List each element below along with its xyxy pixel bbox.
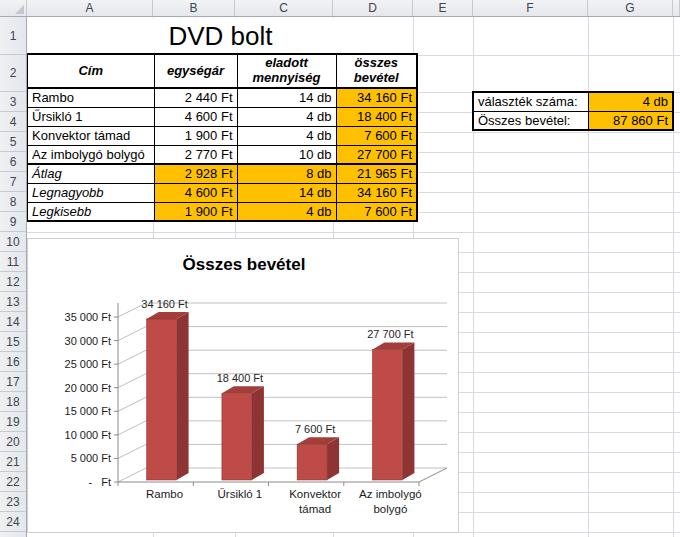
sheet-title-cell[interactable]: DVD bolt bbox=[28, 18, 413, 54]
row-header-3[interactable]: 3 bbox=[0, 92, 26, 112]
column-header-E[interactable]: E bbox=[413, 0, 473, 16]
svg-text:25 000 Ft: 25 000 Ft bbox=[65, 358, 111, 370]
table-header-cell[interactable]: összes bevétel bbox=[336, 54, 417, 88]
svg-text:27 700 Ft: 27 700 Ft bbox=[367, 328, 413, 340]
summary-cell[interactable]: Legnagyobb bbox=[27, 183, 154, 202]
row-header-20[interactable]: 20 bbox=[0, 432, 26, 452]
side-panel-label-cell[interactable]: választék száma: bbox=[473, 92, 588, 111]
svg-text:35 000 Ft: 35 000 Ft bbox=[65, 311, 111, 323]
summary-cell[interactable]: 34 160 Ft bbox=[336, 183, 417, 202]
column-headers: ABCDEFG bbox=[0, 0, 680, 17]
column-header-D[interactable]: D bbox=[333, 0, 413, 16]
row-header-5[interactable]: 5 bbox=[0, 132, 26, 152]
svg-text:18 400 Ft: 18 400 Ft bbox=[217, 372, 263, 384]
row-header-24[interactable]: 24 bbox=[0, 512, 26, 532]
summary-cell[interactable]: 14 db bbox=[237, 183, 336, 202]
column-header-B[interactable]: B bbox=[153, 0, 235, 16]
table-cell[interactable]: 2 770 Ft bbox=[154, 145, 237, 164]
row-header-7[interactable]: 7 bbox=[0, 172, 26, 192]
summary-cell[interactable]: 4 600 Ft bbox=[154, 183, 237, 202]
spreadsheet-window: ABCDEFG 12345678910111213141516171819202… bbox=[0, 0, 680, 537]
table-cell[interactable]: Konvektor támad bbox=[27, 126, 154, 145]
row-header-14[interactable]: 14 bbox=[0, 312, 26, 332]
row-header-4[interactable]: 4 bbox=[0, 112, 26, 132]
table-cell[interactable]: 18 400 Ft bbox=[336, 107, 417, 126]
summary-cell[interactable]: 4 db bbox=[237, 202, 336, 221]
column-header-partial[interactable] bbox=[673, 0, 680, 16]
row-header-16[interactable]: 16 bbox=[0, 352, 26, 372]
column-header-G[interactable]: G bbox=[588, 0, 673, 16]
svg-text:támad: támad bbox=[299, 503, 331, 515]
svg-text:34 160 Ft: 34 160 Ft bbox=[141, 298, 187, 310]
column-header-F[interactable]: F bbox=[473, 0, 588, 16]
side-panel-value-cell[interactable]: 87 860 Ft bbox=[588, 111, 673, 130]
table-cell[interactable]: 1 900 Ft bbox=[154, 126, 237, 145]
dvd-data-table: Címegységáreladott mennyiségösszes bevét… bbox=[26, 53, 418, 222]
summary-cell[interactable]: Átlag bbox=[27, 164, 154, 183]
summary-cell[interactable]: Legkisebb bbox=[27, 202, 154, 221]
table-cell[interactable]: Űrsikló 1 bbox=[27, 107, 154, 126]
svg-text:Az imbolygó: Az imbolygó bbox=[359, 488, 422, 500]
row-header-2[interactable]: 2 bbox=[0, 55, 26, 92]
row-header-12[interactable]: 12 bbox=[0, 272, 26, 292]
svg-text:Űrsikló 1: Űrsikló 1 bbox=[218, 487, 263, 500]
svg-text:5 000 Ft: 5 000 Ft bbox=[71, 452, 111, 464]
svg-text:bolygó: bolygó bbox=[373, 503, 407, 515]
row-header-15[interactable]: 15 bbox=[0, 332, 26, 352]
svg-text:Összes bevétel: Összes bevétel bbox=[183, 255, 306, 274]
row-header-17[interactable]: 17 bbox=[0, 372, 26, 392]
table-cell[interactable]: 2 440 Ft bbox=[154, 88, 237, 107]
table-cell[interactable]: Rambo bbox=[27, 88, 154, 107]
table-cell[interactable]: 7 600 Ft bbox=[336, 126, 417, 145]
row-header-9[interactable]: 9 bbox=[0, 212, 26, 232]
row-header-23[interactable]: 23 bbox=[0, 492, 26, 512]
svg-text:- Ft: - Ft bbox=[88, 476, 111, 488]
row-headers: 123456789101112131415161718192021222324 bbox=[0, 17, 27, 537]
table-header-cell[interactable]: Cím bbox=[27, 54, 154, 88]
gridline bbox=[27, 232, 680, 233]
summary-cell[interactable]: 1 900 Ft bbox=[154, 202, 237, 221]
svg-text:30 000 Ft: 30 000 Ft bbox=[65, 335, 111, 347]
table-cell[interactable]: 27 700 Ft bbox=[336, 145, 417, 164]
summary-panel-table: választék száma:4 dbÖsszes bevétel:87 86… bbox=[472, 91, 674, 131]
column-header-C[interactable]: C bbox=[235, 0, 333, 16]
row-header-18[interactable]: 18 bbox=[0, 392, 26, 412]
summary-cell[interactable]: 8 db bbox=[237, 164, 336, 183]
row-header-10[interactable]: 10 bbox=[0, 232, 26, 252]
side-panel-label-cell[interactable]: Összes bevétel: bbox=[473, 111, 588, 130]
svg-text:7 600 Ft: 7 600 Ft bbox=[295, 423, 335, 435]
row-header-1[interactable]: 1 bbox=[0, 17, 26, 55]
table-cell[interactable]: 10 db bbox=[237, 145, 336, 164]
row-header-8[interactable]: 8 bbox=[0, 192, 26, 212]
svg-text:Konvektor: Konvektor bbox=[289, 488, 341, 500]
revenue-bar-chart[interactable]: - Ft5 000 Ft10 000 Ft15 000 Ft20 000 Ft2… bbox=[27, 238, 459, 533]
table-header-cell[interactable]: egységár bbox=[154, 54, 237, 88]
column-header-A[interactable]: A bbox=[27, 0, 153, 16]
table-cell[interactable]: Az imbolygó bolygó bbox=[27, 145, 154, 164]
table-header-cell[interactable]: eladott mennyiség bbox=[237, 54, 336, 88]
row-header-21[interactable]: 21 bbox=[0, 452, 26, 472]
table-cell[interactable]: 14 db bbox=[237, 88, 336, 107]
table-cell[interactable]: 4 600 Ft bbox=[154, 107, 237, 126]
svg-text:10 000 Ft: 10 000 Ft bbox=[65, 429, 111, 441]
select-all-corner[interactable] bbox=[0, 0, 27, 16]
summary-cell[interactable]: 7 600 Ft bbox=[336, 202, 417, 221]
table-cell[interactable]: 34 160 Ft bbox=[336, 88, 417, 107]
row-header-13[interactable]: 13 bbox=[0, 292, 26, 312]
table-cell[interactable]: 4 db bbox=[237, 126, 336, 145]
chart-canvas: - Ft5 000 Ft10 000 Ft15 000 Ft20 000 Ft2… bbox=[28, 239, 458, 532]
svg-text:15 000 Ft: 15 000 Ft bbox=[65, 405, 111, 417]
summary-cell[interactable]: 2 928 Ft bbox=[154, 164, 237, 183]
svg-text:Rambo: Rambo bbox=[146, 488, 183, 500]
row-header-22[interactable]: 22 bbox=[0, 472, 26, 492]
row-header-6[interactable]: 6 bbox=[0, 152, 26, 172]
row-header-19[interactable]: 19 bbox=[0, 412, 26, 432]
row-header-11[interactable]: 11 bbox=[0, 252, 26, 272]
summary-cell[interactable]: 21 965 Ft bbox=[336, 164, 417, 183]
svg-text:20 000 Ft: 20 000 Ft bbox=[65, 382, 111, 394]
side-panel-value-cell[interactable]: 4 db bbox=[588, 92, 673, 111]
table-cell[interactable]: 4 db bbox=[237, 107, 336, 126]
